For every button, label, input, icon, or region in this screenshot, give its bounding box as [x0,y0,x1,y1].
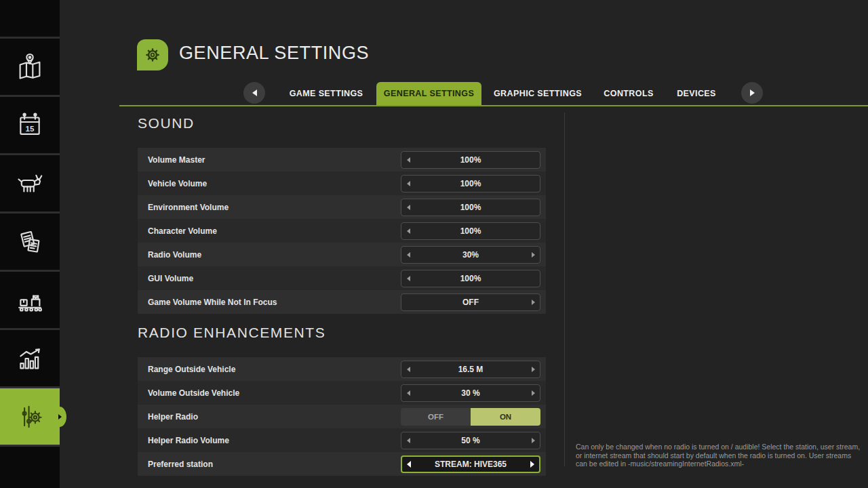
setting-value: 100% [401,270,540,287]
value-stepper[interactable]: 100% [401,199,540,216]
settings-panel: SOUNDVolume Master100%Vehicle Volume100%… [138,114,546,485]
help-text: Can only be changed when no radio is tur… [576,443,863,468]
decrease-arrow-icon[interactable] [402,457,416,472]
value-stepper[interactable]: 30% [401,246,540,264]
increase-arrow-icon[interactable] [526,294,540,310]
settings-row: Helper Radio Volume50 % [138,428,546,452]
sidebar-tile-empty [0,0,60,39]
increase-arrow-icon[interactable] [526,361,540,378]
value-stepper[interactable]: 100% [401,175,540,192]
settings-rows: Range Outside Vehicle16.5 MVolume Outsid… [138,357,546,476]
setting-value: 100% [401,223,540,239]
sidebar-tile-empty [0,447,60,488]
chevron-right-icon [58,414,62,420]
settings-icon [14,401,45,432]
sidebar-item-contracts[interactable] [0,214,60,272]
setting-label: Helper Radio Volume [138,436,229,445]
tab-general-settings[interactable]: GENERAL SETTINGS [376,82,481,105]
toggle-control: OFFON [401,408,540,426]
decrease-arrow-icon[interactable] [401,432,415,449]
next-tab-button[interactable] [741,82,763,104]
page-title: GENERAL SETTINGS [179,43,369,64]
tab-game-settings[interactable]: GAME SETTINGS [279,82,374,105]
toggle-on-button[interactable]: ON [471,408,540,426]
decrease-arrow-icon[interactable] [401,223,415,239]
value-stepper[interactable]: 100% [401,270,540,287]
section-title: RADIO ENHANCEMENTS [138,323,546,342]
settings-row: GUI Volume100% [138,266,546,290]
map-icon [14,52,45,83]
sidebar-item-statistics[interactable] [0,330,60,388]
decrease-arrow-icon[interactable] [401,385,415,401]
setting-label: GUI Volume [138,274,193,283]
statistics-icon [14,343,45,374]
setting-label: Helper Radio [138,412,198,422]
chevron-left-icon [252,89,257,96]
setting-value: 100% [401,176,540,192]
decrease-arrow-icon[interactable] [401,152,415,168]
decrease-arrow-icon[interactable] [401,247,415,263]
settings-row: Vehicle Volume100% [138,171,546,195]
calendar-icon: 15 [14,110,45,141]
tab-controls[interactable]: CONTROLS [595,82,663,105]
setting-label: Vehicle Volume [138,179,207,188]
increase-arrow-icon[interactable] [526,247,540,263]
setting-value: 100% [401,199,540,216]
setting-label: Preferred station [138,460,213,469]
setting-label: Volume Master [138,155,205,165]
setting-label: Range Outside Vehicle [138,365,235,374]
decrease-arrow-icon[interactable] [401,176,415,192]
increase-arrow-icon[interactable] [526,457,539,472]
sidebar: 15 [0,0,60,488]
animals-icon [14,168,45,199]
settings-row: Game Volume While Not In FocusOFF [138,290,546,314]
setting-label: Game Volume While Not In Focus [138,298,277,307]
sidebar-item-production[interactable] [0,272,60,330]
tab-graphic-settings[interactable]: GRAPHIC SETTINGS [487,82,589,105]
production-icon [14,285,45,316]
value-stepper[interactable]: 100% [401,222,540,240]
setting-value: 100% [401,152,540,168]
tab-underline [119,105,868,106]
value-stepper[interactable]: 50 % [401,432,540,449]
sidebar-item-animals[interactable] [0,155,60,214]
prev-tab-button[interactable] [243,82,265,104]
toggle-off-button[interactable]: OFF [401,408,471,426]
settings-row: Radio Volume30% [138,243,546,266]
sidebar-item-map[interactable] [0,39,60,97]
settings-row: Range Outside Vehicle16.5 M [138,357,546,381]
setting-label: Volume Outside Vehicle [138,388,239,398]
value-stepper[interactable]: 16.5 M [401,361,540,378]
settings-row: Preferred stationSTREAM: HIVE365 [138,452,546,476]
setting-value: 30 % [401,385,540,401]
setting-value: STREAM: HIVE365 [402,457,539,472]
gear-icon [137,39,168,70]
setting-label: Environment Volume [138,203,229,212]
chevron-right-icon [750,89,755,96]
settings-row: Volume Master100% [138,148,546,171]
settings-row: Character Volume100% [138,219,546,243]
sidebar-item-settings[interactable] [0,388,60,447]
setting-value: 50 % [401,432,540,449]
value-stepper[interactable]: 100% [401,151,540,169]
active-tab-notch [53,407,66,427]
svg-text:15: 15 [26,124,35,132]
increase-arrow-icon[interactable] [526,385,540,401]
setting-label: Radio Volume [138,250,201,260]
vertical-divider [564,113,565,466]
value-stepper[interactable]: 30 % [401,384,540,402]
increase-arrow-icon[interactable] [526,432,540,449]
decrease-arrow-icon[interactable] [401,361,415,378]
settings-row: Environment Volume100% [138,195,546,219]
value-stepper[interactable]: STREAM: HIVE365 [401,455,540,473]
sidebar-item-calendar[interactable]: 15 [0,97,60,155]
tab-devices[interactable]: DEVICES [669,82,724,105]
section-title: SOUND [138,114,546,133]
setting-value: 16.5 M [401,361,540,378]
decrease-arrow-icon[interactable] [401,270,415,287]
decrease-arrow-icon[interactable] [401,199,415,216]
settings-row: Helper RadioOFFON [138,405,546,428]
value-stepper[interactable]: OFF [401,293,540,311]
settings-rows: Volume Master100%Vehicle Volume100%Envir… [138,148,546,314]
settings-row: Volume Outside Vehicle30 % [138,381,546,405]
